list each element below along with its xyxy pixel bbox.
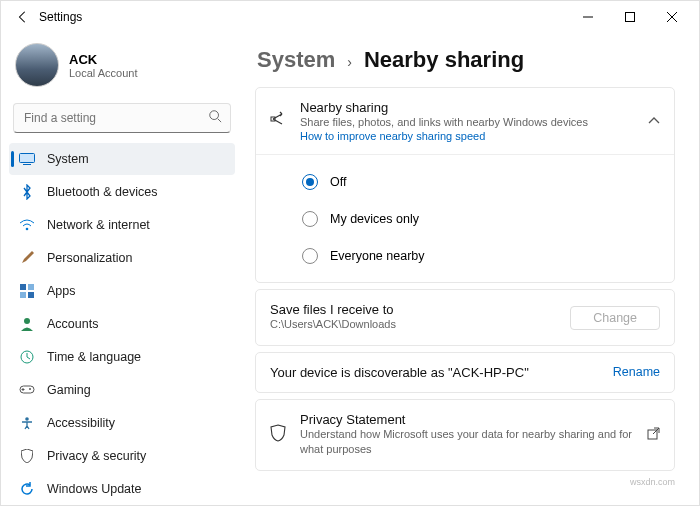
breadcrumb: System › Nearby sharing <box>257 47 675 73</box>
account-type: Local Account <box>69 67 138 79</box>
account-block[interactable]: ACK Local Account <box>9 33 235 103</box>
nav-item-time[interactable]: Time & language <box>9 341 235 373</box>
svg-line-5 <box>218 119 222 123</box>
radio-off[interactable]: Off <box>302 163 674 200</box>
nav-label: System <box>47 152 89 166</box>
brush-icon <box>19 250 35 266</box>
nav-label: Accessibility <box>47 416 115 430</box>
window-title: Settings <box>39 10 82 24</box>
search-icon <box>208 109 222 127</box>
search-box[interactable] <box>13 103 231 133</box>
nav-item-privacy[interactable]: Privacy & security <box>9 440 235 472</box>
nearby-sharing-header[interactable]: Nearby sharing Share files, photos, and … <box>256 88 674 154</box>
accessibility-icon <box>19 415 35 431</box>
nav-item-bluetooth[interactable]: Bluetooth & devices <box>9 176 235 208</box>
titlebar: Settings <box>1 1 699 33</box>
radio-icon <box>302 174 318 190</box>
minimize-button[interactable] <box>567 3 609 31</box>
nearby-title: Nearby sharing <box>300 100 636 115</box>
watermark: wsxdn.com <box>255 477 675 487</box>
nav-item-system[interactable]: System <box>9 143 235 175</box>
nav-list: System Bluetooth & devices Network & int… <box>9 143 235 505</box>
account-name: ACK <box>69 52 138 67</box>
nav-item-accounts[interactable]: Accounts <box>9 308 235 340</box>
share-icon <box>270 110 288 132</box>
external-link-icon <box>647 426 660 444</box>
svg-rect-6 <box>20 154 35 163</box>
shield-icon <box>19 448 35 464</box>
shield-icon <box>270 424 288 446</box>
privacy-title: Privacy Statement <box>300 412 635 427</box>
update-icon <box>19 481 35 497</box>
save-files-card: Save files I receive to C:\Users\ACK\Dow… <box>255 289 675 345</box>
nearby-sharing-expander: Nearby sharing Share files, photos, and … <box>255 87 675 283</box>
nearby-help-link[interactable]: How to improve nearby sharing speed <box>300 130 636 142</box>
privacy-sub: Understand how Microsoft uses your data … <box>300 427 635 458</box>
apps-icon <box>19 283 35 299</box>
chevron-right-icon: › <box>347 54 352 70</box>
nav-item-windows-update[interactable]: Windows Update <box>9 473 235 505</box>
change-button[interactable]: Change <box>570 306 660 330</box>
radio-my-devices[interactable]: My devices only <box>302 200 674 237</box>
nav-label: Time & language <box>47 350 141 364</box>
rename-link[interactable]: Rename <box>613 365 660 379</box>
svg-point-17 <box>25 417 29 421</box>
breadcrumb-parent[interactable]: System <box>257 47 335 73</box>
back-button[interactable] <box>7 10 39 24</box>
nav-item-apps[interactable]: Apps <box>9 275 235 307</box>
close-button[interactable] <box>651 3 693 31</box>
nav-label: Windows Update <box>47 482 142 496</box>
radio-label: Off <box>330 175 346 189</box>
nav-label: Accounts <box>47 317 98 331</box>
svg-point-8 <box>26 228 29 231</box>
page-title: Nearby sharing <box>364 47 524 73</box>
save-files-path: C:\Users\ACK\Downloads <box>270 317 558 332</box>
radio-icon <box>302 248 318 264</box>
radio-everyone[interactable]: Everyone nearby <box>302 237 674 274</box>
nav-item-gaming[interactable]: Gaming <box>9 374 235 406</box>
bluetooth-icon <box>19 184 35 200</box>
svg-point-4 <box>210 111 219 120</box>
svg-rect-12 <box>28 292 34 298</box>
nearby-sub: Share files, photos, and links with near… <box>300 115 636 130</box>
chevron-up-icon <box>648 115 660 127</box>
main-content: System › Nearby sharing Nearby sharing S… <box>243 33 699 505</box>
nav-label: Gaming <box>47 383 91 397</box>
radio-label: Everyone nearby <box>330 249 425 263</box>
globe-clock-icon <box>19 349 35 365</box>
privacy-statement-card[interactable]: Privacy Statement Understand how Microso… <box>255 399 675 471</box>
nav-label: Personalization <box>47 251 132 265</box>
wifi-icon <box>19 217 35 233</box>
nav-label: Privacy & security <box>47 449 146 463</box>
svg-rect-1 <box>626 13 635 22</box>
sidebar: ACK Local Account System Bluetooth & dev… <box>1 33 243 505</box>
svg-point-16 <box>29 388 31 390</box>
search-input[interactable] <box>22 110 208 126</box>
gamepad-icon <box>19 382 35 398</box>
nav-label: Apps <box>47 284 76 298</box>
nav-item-accessibility[interactable]: Accessibility <box>9 407 235 439</box>
maximize-button[interactable] <box>609 3 651 31</box>
nearby-options: Off My devices only Everyone nearby <box>256 154 674 282</box>
nav-item-network[interactable]: Network & internet <box>9 209 235 241</box>
save-files-title: Save files I receive to <box>270 302 558 317</box>
radio-label: My devices only <box>330 212 419 226</box>
person-icon <box>19 316 35 332</box>
svg-rect-10 <box>28 284 34 290</box>
svg-point-13 <box>24 318 30 324</box>
system-icon <box>19 151 35 167</box>
nav-label: Bluetooth & devices <box>47 185 158 199</box>
svg-rect-11 <box>20 292 26 298</box>
svg-rect-9 <box>20 284 26 290</box>
avatar <box>15 43 59 87</box>
discoverable-card: Your device is discoverable as "ACK-HP-P… <box>255 352 675 393</box>
radio-icon <box>302 211 318 227</box>
nav-item-personalization[interactable]: Personalization <box>9 242 235 274</box>
discoverable-text: Your device is discoverable as "ACK-HP-P… <box>270 365 601 380</box>
nav-label: Network & internet <box>47 218 150 232</box>
